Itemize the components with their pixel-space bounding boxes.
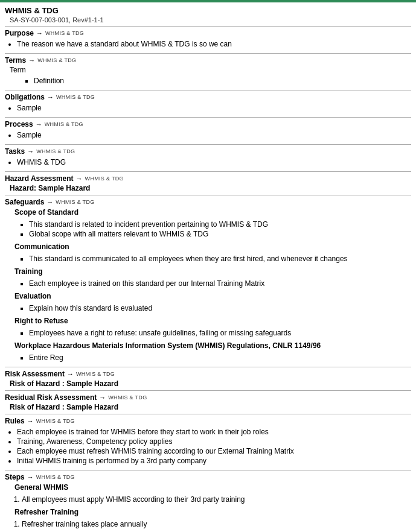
section-terms-header: Terms → WHMIS & TDG	[5, 56, 411, 65]
section-risk-header: Risk Assessment → WHMIS & TDG	[5, 370, 411, 378]
section-tasks: Tasks → WHMIS & TDG WHMIS & TDG	[5, 144, 411, 171]
whmis-reg-subsection: Workplace Hazardous Materials Informatio…	[10, 341, 411, 364]
purpose-label: Purpose	[5, 29, 34, 37]
section-process-header: Process → WHMIS & TDG	[5, 120, 411, 128]
section-residual-risk: Residual Risk Assessment → WHMIS & TDG R…	[5, 390, 411, 414]
obligations-label: Obligations	[5, 93, 45, 101]
hazard-label: Hazard Assessment	[5, 174, 74, 183]
list-item: Each employee is trained for WHMIS befor…	[17, 428, 411, 436]
risk-tag: WHMIS & TDG	[76, 371, 115, 377]
rules-label: Rules	[5, 417, 25, 425]
list-item: Employees have a right to refuse: unsafe…	[29, 329, 411, 337]
process-arrow: →	[36, 121, 42, 128]
list-item: Refresher training takes place annually	[22, 520, 411, 528]
whmis-reg-list: Entire Reg	[29, 351, 411, 364]
section-obligations-header: Obligations → WHMIS & TDG	[5, 93, 411, 101]
obligations-list: Sample	[17, 101, 411, 115]
whmis-reg-title: Workplace Hazardous Materials Informatio…	[14, 341, 411, 350]
refresher-training-title: Refresher Training	[14, 508, 411, 516]
section-obligations: Obligations → WHMIS & TDG Sample	[5, 90, 411, 117]
tasks-tag: WHMIS & TDG	[36, 148, 75, 154]
refresher-training-subsection: Refresher Training Refresher training ta…	[10, 508, 411, 531]
list-item: Global scope with all matters relevant t…	[29, 230, 411, 238]
section-hazard-assessment: Hazard Assessment → WHMIS & TDG Hazard: …	[5, 171, 411, 195]
rules-list: Each employee is trained for WHMIS befor…	[17, 425, 411, 467]
terms-label: Terms	[5, 56, 26, 65]
main-container: WHMIS & TDG SA-SY-007-003-001, Rev#1-1-1…	[0, 2, 416, 532]
obligations-tag: WHMIS & TDG	[56, 94, 95, 100]
tasks-list: WHMIS & TDG	[17, 156, 411, 169]
section-steps: Steps → WHMIS & TDG General WHMIS All em…	[5, 470, 411, 532]
section-process: Process → WHMIS & TDG Sample	[5, 117, 411, 144]
training-subsection: Training Each employee is trained on thi…	[10, 267, 411, 290]
section-residual-header: Residual Risk Assessment → WHMIS & TDG	[5, 393, 411, 402]
refresher-training-list: Refresher training takes place annually	[22, 518, 411, 531]
section-purpose-header: Purpose → WHMIS & TDG	[5, 29, 411, 37]
section-steps-header: Steps → WHMIS & TDG	[5, 473, 411, 481]
terms-tag: WHMIS & TDG	[37, 57, 76, 63]
general-whmis-subsection: General WHMIS All employees must apply W…	[10, 483, 411, 506]
term-name: Term	[10, 66, 411, 74]
rules-arrow: →	[27, 417, 34, 425]
list-item: This standard is related to incident pre…	[29, 220, 411, 229]
training-title: Training	[14, 267, 411, 276]
process-list: Sample	[17, 128, 411, 142]
residual-label: Residual Risk Assessment	[5, 393, 97, 402]
section-safeguards-header: Safeguards → WHMIS & TDG	[5, 198, 411, 206]
tasks-arrow: →	[27, 148, 34, 155]
list-item: Entire Reg	[29, 353, 411, 362]
general-whmis-title: General WHMIS	[14, 483, 411, 492]
right-to-refuse-list: Employees have a right to refuse: unsafe…	[29, 326, 411, 340]
tasks-label: Tasks	[5, 147, 25, 156]
purpose-list: The reason we have a standard about WHMI…	[17, 37, 411, 51]
purpose-arrow: →	[36, 30, 43, 37]
list-item: Sample	[17, 131, 411, 139]
terms-arrow: →	[28, 57, 35, 64]
communication-title: Communication	[14, 242, 411, 251]
definition-list: Definition	[34, 77, 411, 85]
scope-title: Scope of Standard	[14, 208, 411, 217]
residual-arrow: →	[99, 394, 106, 401]
document-id: SA-SY-007-003-001, Rev#1-1-1	[10, 16, 411, 24]
steps-label: Steps	[5, 473, 25, 481]
evaluation-subsection: Evaluation Explain how this standard is …	[10, 292, 411, 315]
list-item: Sample	[17, 104, 411, 112]
safeguards-tag: WHMIS & TDG	[56, 199, 94, 205]
hazard-sample-label: Hazard: Sample Hazard	[10, 184, 411, 192]
right-to-refuse-title: Right to Refuse	[14, 317, 411, 325]
section-safeguards: Safeguards → WHMIS & TDG Scope of Standa…	[5, 195, 411, 367]
document-title: WHMIS & TDG	[5, 6, 411, 15]
safeguards-label: Safeguards	[5, 198, 44, 206]
training-list: Each employee is trained on this standar…	[29, 277, 411, 290]
residual-tag: WHMIS & TDG	[108, 394, 147, 401]
section-hazard-header: Hazard Assessment → WHMIS & TDG	[5, 174, 411, 183]
hazard-tag: WHMIS & TDG	[85, 176, 124, 182]
term-section: Term Definition	[10, 66, 411, 85]
list-item: Initial WHMIS training is performed by a…	[17, 457, 411, 465]
right-to-refuse-subsection: Right to Refuse Employees have a right t…	[10, 317, 411, 340]
list-item: Each employee must refresh WHMIS trainin…	[17, 447, 411, 455]
evaluation-title: Evaluation	[14, 292, 411, 300]
section-rules-header: Rules → WHMIS & TDG	[5, 417, 411, 425]
process-tag: WHMIS & TDG	[45, 121, 83, 127]
list-item: This standard is communicated to all emp…	[29, 255, 411, 263]
list-item: Training, Awareness, Competency policy a…	[17, 437, 411, 446]
list-item: WHMIS & TDG	[17, 158, 411, 166]
rules-tag: WHMIS & TDG	[36, 418, 75, 424]
evaluation-list: Explain how this standard is evaluated	[29, 302, 411, 315]
steps-tag: WHMIS & TDG	[36, 474, 75, 480]
list-item: All employees must apply WHMIS according…	[22, 495, 411, 504]
list-item: Explain how this standard is evaluated	[29, 304, 411, 312]
risk-hazard-label: Risk of Hazard : Sample Hazard	[10, 379, 411, 388]
section-tasks-header: Tasks → WHMIS & TDG	[5, 147, 411, 156]
obligations-arrow: →	[47, 93, 54, 101]
risk-arrow: →	[67, 370, 74, 378]
general-whmis-list: All employees must apply WHMIS according…	[22, 493, 411, 506]
section-purpose: Purpose → WHMIS & TDG The reason we have…	[5, 26, 411, 53]
section-risk-assessment: Risk Assessment → WHMIS & TDG Risk of Ha…	[5, 367, 411, 390]
list-item: Definition	[34, 77, 411, 85]
scope-list: This standard is related to incident pre…	[29, 218, 411, 241]
section-rules: Rules → WHMIS & TDG Each employee is tra…	[5, 414, 411, 470]
safeguards-arrow: →	[46, 198, 53, 206]
residual-hazard-label: Risk of Hazard : Sample Hazard	[10, 403, 411, 411]
